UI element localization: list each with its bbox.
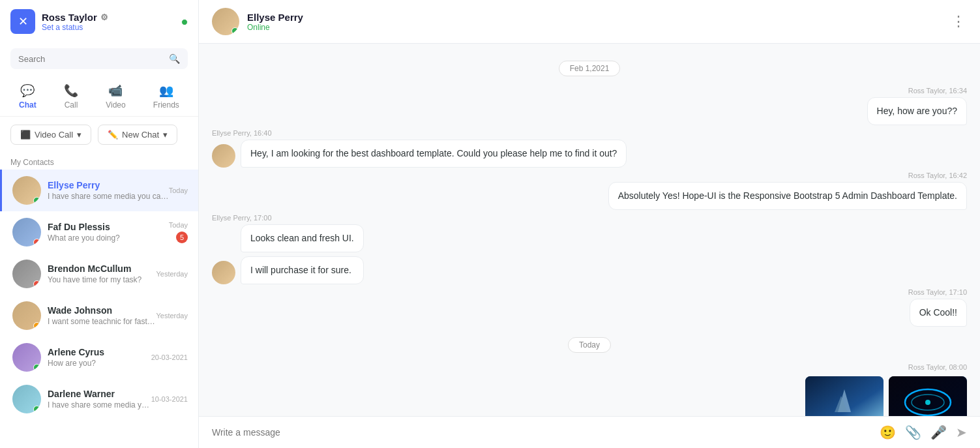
contact-info-brendon: Brendon McCullum You have time for my ta…	[48, 263, 156, 284]
search-box[interactable]: 🔍	[10, 48, 188, 69]
tab-chat-label: Chat	[19, 100, 37, 110]
contact-time-wade: Yesterday	[156, 312, 188, 320]
contact-status-dot-brendon	[33, 280, 40, 288]
message-5: Ross Taylor, 17:10 Ok Cool!!	[212, 288, 967, 327]
contact-avatar-arlene	[12, 343, 41, 372]
contact-meta-brendon: Yesterday	[156, 270, 188, 278]
contact-meta-darlene: 10-03-2021	[151, 395, 188, 403]
contact-item-faf[interactable]: Faf Du Plessis What are you doing? Today…	[0, 211, 198, 253]
message-6-sender: Ross Taylor, 08:00	[908, 363, 967, 371]
new-chat-button[interactable]: ✏️ New Chat ▾	[98, 125, 177, 145]
message-4-sender: Ellyse Perry, 17:00	[212, 214, 272, 222]
user-name: Ross Taylor ⚙	[42, 12, 175, 23]
contact-time-brendon: Yesterday	[156, 270, 188, 278]
contact-item-brendon[interactable]: Brendon McCullum You have time for my ta…	[0, 253, 198, 295]
contact-name-ellyse: Ellyse Perry	[48, 180, 169, 190]
date-badge-1: Feb 1,2021	[559, 61, 621, 76]
contact-name-wade: Wade Johnson	[48, 305, 156, 316]
mic-button[interactable]: 🎤	[930, 425, 947, 440]
message-2: Ellyse Perry, 16:40 Hey, I am looking fo…	[212, 129, 967, 168]
contacts-section-label: My Contacts	[0, 153, 198, 170]
chat-contact-name: Ellyse Perry	[247, 12, 951, 23]
date-divider-1: Feb 1,2021	[212, 61, 967, 76]
send-button[interactable]: ➤	[956, 425, 967, 440]
contact-status-dot-wade	[33, 322, 40, 329]
contact-meta-wade: Yesterday	[156, 312, 188, 320]
unread-badge-faf: 5	[176, 231, 188, 243]
chat-header-online-dot	[231, 27, 239, 35]
message-2-wrap: Hey, I am looking for the best dashboard…	[212, 140, 627, 168]
media-thumb-2	[889, 376, 967, 416]
nav-tabs: 💬 Chat 📞 Call 📹 Video 👥 Friends	[0, 74, 198, 117]
contact-time-ellyse: Today	[169, 187, 188, 194]
contact-meta-arlene: 20-03-2021	[151, 353, 188, 361]
contact-item-arlene[interactable]: Arlene Cyrus How are you? 20-03-2021	[0, 336, 198, 378]
message-3: Ross Taylor, 16:42 Absolutely Yes! Hope-…	[212, 172, 967, 210]
contact-name-darlene: Darlene Warner	[48, 389, 151, 399]
video-call-button[interactable]: ⬛ Video Call ▾	[10, 125, 91, 145]
contact-avatar-darlene	[12, 385, 41, 413]
set-status-link[interactable]: Set a status	[42, 23, 175, 32]
tab-video[interactable]: 📹 Video	[99, 81, 132, 112]
contact-name-arlene: Arlene Cyrus	[48, 347, 151, 357]
chat-header-info: Ellyse Perry Online	[247, 12, 951, 32]
emoji-button[interactable]: 🙂	[880, 425, 896, 440]
contact-item-wade[interactable]: Wade Johnson I want some teachnic for fa…	[0, 295, 198, 336]
video-call-label: Video Call	[35, 130, 73, 140]
tab-call-label: Call	[65, 100, 78, 110]
contact-info-darlene: Darlene Warner I have share some media y…	[48, 389, 151, 410]
media-thumb-1	[805, 376, 883, 416]
message-6-media	[805, 376, 967, 416]
tab-video-label: Video	[106, 100, 125, 110]
tab-chat[interactable]: 💬 Chat	[12, 81, 43, 112]
message-1-bubble: Hey, how are you??	[867, 97, 967, 125]
message-5-sender: Ross Taylor, 17:10	[908, 288, 967, 296]
tab-friends-label: Friends	[153, 100, 179, 110]
message-2-avatar	[212, 144, 235, 168]
contacts-list: Ellyse Perry I have share some media you…	[0, 170, 198, 448]
contact-status-dot-faf	[33, 239, 40, 246]
contact-info-faf: Faf Du Plessis What are you doing?	[48, 222, 169, 243]
message-3-bubble: Absolutely Yes! Hope-UI is the Responsiv…	[608, 182, 967, 210]
message-input[interactable]	[212, 427, 872, 438]
contact-info-arlene: Arlene Cyrus How are you?	[48, 347, 151, 368]
contact-item-darlene[interactable]: Darlene Warner I have share some media y…	[0, 378, 198, 420]
svg-point-6	[925, 400, 930, 405]
input-actions: 🙂 📎 🎤 ➤	[880, 425, 967, 440]
chat-main: Ellyse Perry Online ⋮ Feb 1,2021 Ross Ta…	[199, 0, 980, 448]
contact-preview-brendon: You have time for my task?	[48, 275, 156, 284]
contact-status-dot-arlene	[33, 364, 40, 371]
chat-header: Ellyse Perry Online ⋮	[199, 0, 980, 44]
contact-avatar-faf	[12, 218, 41, 246]
chat-header-avatar	[212, 8, 239, 35]
contact-status-dot-darlene	[33, 406, 40, 413]
video-call-chevron: ▾	[77, 130, 82, 140]
contact-meta-faf: Today 5	[169, 221, 188, 243]
chat-contact-status: Online	[247, 23, 951, 32]
more-options-button[interactable]: ⋮	[951, 13, 967, 30]
message-4-bubble-1: Looks clean and fresh UI.	[241, 224, 364, 252]
contact-time-arlene: 20-03-2021	[151, 353, 188, 361]
contact-preview-ellyse: I have share some media you can enjoy.	[48, 192, 169, 201]
new-chat-chevron: ▾	[163, 130, 168, 140]
attach-button[interactable]: 📎	[905, 425, 921, 440]
message-4: Ellyse Perry, 17:00 Looks clean and fres…	[212, 214, 967, 284]
contact-preview-arlene: How are you?	[48, 359, 151, 368]
action-buttons: ⬛ Video Call ▾ ✏️ New Chat ▾	[0, 117, 198, 153]
gear-icon[interactable]: ⚙	[100, 12, 108, 22]
search-input[interactable]	[18, 54, 164, 64]
contact-name-faf: Faf Du Plessis	[48, 222, 169, 232]
message-1-sender: Ross Taylor, 16:34	[908, 87, 967, 95]
message-3-sender: Ross Taylor, 16:42	[908, 172, 967, 179]
contact-avatar-wade	[12, 301, 41, 330]
chat-input-bar: 🙂 📎 🎤 ➤	[199, 416, 980, 448]
pencil-icon: ✏️	[108, 130, 118, 140]
contact-status-dot-ellyse	[33, 197, 40, 204]
sidebar-header: ✕ Ross Taylor ⚙ Set a status	[0, 0, 198, 43]
date-badge-2: Today	[568, 337, 611, 353]
contact-time-faf: Today	[169, 221, 188, 229]
call-icon: 📞	[64, 83, 78, 98]
contact-item-ellyse[interactable]: Ellyse Perry I have share some media you…	[0, 170, 198, 211]
tab-call[interactable]: 📞 Call	[57, 81, 85, 112]
tab-friends[interactable]: 👥 Friends	[147, 81, 186, 112]
